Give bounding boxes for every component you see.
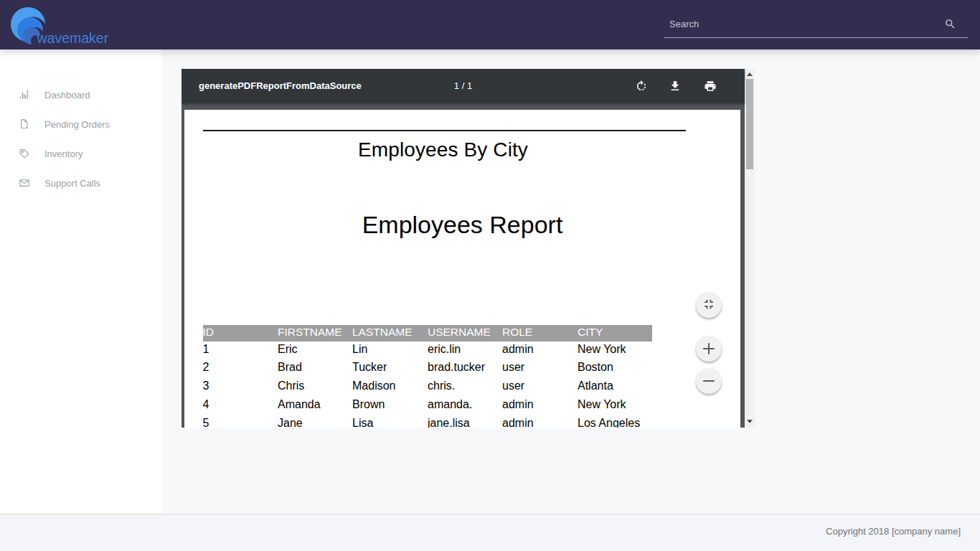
svg-text:wavemaker: wavemaker xyxy=(37,30,109,46)
